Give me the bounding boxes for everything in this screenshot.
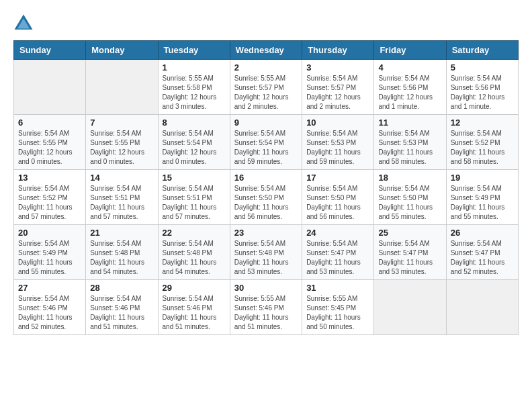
day-info: Sunrise: 5:54 AMSunset: 5:51 PMDaylight:… [163, 184, 226, 222]
day-info: Sunrise: 5:55 AMSunset: 5:58 PMDaylight:… [163, 74, 226, 111]
day-number: 25 [378, 228, 441, 238]
day-number: 2 [234, 62, 298, 73]
calendar-cell: 31Sunrise: 5:55 AMSunset: 5:45 PMDayligh… [302, 280, 374, 335]
day-number: 28 [90, 283, 153, 293]
calendar-cell: 29Sunrise: 5:54 AMSunset: 5:46 PMDayligh… [158, 280, 230, 335]
calendar-cell: 8Sunrise: 5:54 AMSunset: 5:54 PMDaylight… [158, 115, 230, 170]
day-number: 13 [18, 173, 81, 183]
day-number: 1 [163, 62, 226, 73]
day-info: Sunrise: 5:54 AMSunset: 5:49 PMDaylight:… [18, 239, 81, 277]
weekday-header: Saturday [446, 41, 518, 60]
day-info: Sunrise: 5:55 AMSunset: 5:57 PMDaylight:… [234, 74, 298, 111]
day-info: Sunrise: 5:54 AMSunset: 5:53 PMDaylight:… [378, 129, 441, 167]
day-info: Sunrise: 5:54 AMSunset: 5:47 PMDaylight:… [378, 239, 441, 277]
calendar-cell: 11Sunrise: 5:54 AMSunset: 5:53 PMDayligh… [374, 115, 446, 170]
calendar-cell: 30Sunrise: 5:55 AMSunset: 5:46 PMDayligh… [230, 280, 302, 335]
day-info: Sunrise: 5:54 AMSunset: 5:48 PMDaylight:… [90, 239, 153, 277]
day-number: 26 [451, 228, 514, 238]
day-info: Sunrise: 5:54 AMSunset: 5:56 PMDaylight:… [451, 74, 514, 111]
day-number: 4 [378, 62, 441, 73]
calendar-cell: 23Sunrise: 5:54 AMSunset: 5:48 PMDayligh… [230, 225, 302, 280]
calendar-cell: 7Sunrise: 5:54 AMSunset: 5:55 PMDaylight… [86, 115, 158, 170]
day-number: 5 [451, 62, 514, 73]
day-number: 31 [306, 283, 369, 293]
calendar-cell: 25Sunrise: 5:54 AMSunset: 5:47 PMDayligh… [374, 225, 446, 280]
calendar-week-row: 6Sunrise: 5:54 AMSunset: 5:55 PMDaylight… [14, 115, 519, 170]
calendar-cell [14, 60, 86, 115]
calendar-cell: 17Sunrise: 5:54 AMSunset: 5:50 PMDayligh… [302, 170, 374, 225]
day-info: Sunrise: 5:54 AMSunset: 5:52 PMDaylight:… [18, 184, 81, 222]
day-number: 16 [234, 173, 298, 183]
calendar-week-row: 20Sunrise: 5:54 AMSunset: 5:49 PMDayligh… [14, 225, 519, 280]
day-number: 30 [234, 283, 298, 293]
calendar-week-row: 27Sunrise: 5:54 AMSunset: 5:46 PMDayligh… [14, 280, 519, 335]
page-header [13, 13, 519, 34]
day-info: Sunrise: 5:54 AMSunset: 5:56 PMDaylight:… [378, 74, 441, 111]
day-number: 6 [18, 118, 81, 128]
calendar-cell: 24Sunrise: 5:54 AMSunset: 5:47 PMDayligh… [302, 225, 374, 280]
day-info: Sunrise: 5:54 AMSunset: 5:50 PMDaylight:… [306, 184, 369, 222]
calendar-cell: 6Sunrise: 5:54 AMSunset: 5:55 PMDaylight… [14, 115, 86, 170]
calendar-cell: 13Sunrise: 5:54 AMSunset: 5:52 PMDayligh… [14, 170, 86, 225]
calendar-header-row: SundayMondayTuesdayWednesdayThursdayFrid… [14, 41, 519, 60]
calendar-cell: 22Sunrise: 5:54 AMSunset: 5:48 PMDayligh… [158, 225, 230, 280]
day-number: 18 [378, 173, 441, 183]
calendar-cell: 16Sunrise: 5:54 AMSunset: 5:50 PMDayligh… [230, 170, 302, 225]
day-info: Sunrise: 5:54 AMSunset: 5:48 PMDaylight:… [163, 239, 226, 277]
day-info: Sunrise: 5:54 AMSunset: 5:54 PMDaylight:… [163, 129, 226, 167]
calendar-cell: 4Sunrise: 5:54 AMSunset: 5:56 PMDaylight… [374, 60, 446, 115]
logo [13, 13, 35, 34]
calendar-cell: 1Sunrise: 5:55 AMSunset: 5:58 PMDaylight… [158, 60, 230, 115]
weekday-header: Monday [86, 41, 158, 60]
calendar-cell [374, 280, 446, 335]
day-info: Sunrise: 5:54 AMSunset: 5:47 PMDaylight:… [451, 239, 514, 277]
day-number: 12 [451, 118, 514, 128]
calendar-cell: 5Sunrise: 5:54 AMSunset: 5:56 PMDaylight… [446, 60, 518, 115]
logo-icon [13, 13, 34, 34]
day-info: Sunrise: 5:55 AMSunset: 5:46 PMDaylight:… [234, 294, 298, 332]
weekday-header: Thursday [302, 41, 374, 60]
day-number: 11 [378, 118, 441, 128]
day-number: 9 [234, 118, 298, 128]
day-info: Sunrise: 5:54 AMSunset: 5:46 PMDaylight:… [18, 294, 81, 332]
calendar-cell: 19Sunrise: 5:54 AMSunset: 5:49 PMDayligh… [446, 170, 518, 225]
calendar-cell: 21Sunrise: 5:54 AMSunset: 5:48 PMDayligh… [86, 225, 158, 280]
calendar-cell: 12Sunrise: 5:54 AMSunset: 5:52 PMDayligh… [446, 115, 518, 170]
calendar-cell: 27Sunrise: 5:54 AMSunset: 5:46 PMDayligh… [14, 280, 86, 335]
day-number: 3 [306, 62, 369, 73]
calendar-cell: 9Sunrise: 5:54 AMSunset: 5:54 PMDaylight… [230, 115, 302, 170]
calendar-table: SundayMondayTuesdayWednesdayThursdayFrid… [13, 40, 519, 335]
calendar-week-row: 13Sunrise: 5:54 AMSunset: 5:52 PMDayligh… [14, 170, 519, 225]
day-number: 23 [234, 228, 298, 238]
calendar-cell: 15Sunrise: 5:54 AMSunset: 5:51 PMDayligh… [158, 170, 230, 225]
calendar-cell [86, 60, 158, 115]
day-number: 17 [306, 173, 369, 183]
day-info: Sunrise: 5:54 AMSunset: 5:46 PMDaylight:… [163, 294, 226, 332]
day-info: Sunrise: 5:54 AMSunset: 5:57 PMDaylight:… [306, 74, 369, 111]
weekday-header: Friday [374, 41, 446, 60]
calendar-cell: 10Sunrise: 5:54 AMSunset: 5:53 PMDayligh… [302, 115, 374, 170]
day-info: Sunrise: 5:54 AMSunset: 5:55 PMDaylight:… [18, 129, 81, 167]
calendar-cell: 2Sunrise: 5:55 AMSunset: 5:57 PMDaylight… [230, 60, 302, 115]
day-info: Sunrise: 5:54 AMSunset: 5:46 PMDaylight:… [90, 294, 153, 332]
day-number: 27 [18, 283, 81, 293]
day-number: 15 [163, 173, 226, 183]
day-info: Sunrise: 5:54 AMSunset: 5:54 PMDaylight:… [234, 129, 298, 167]
weekday-header: Wednesday [230, 41, 302, 60]
day-info: Sunrise: 5:54 AMSunset: 5:51 PMDaylight:… [90, 184, 153, 222]
day-number: 21 [90, 228, 153, 238]
day-info: Sunrise: 5:54 AMSunset: 5:55 PMDaylight:… [90, 129, 153, 167]
day-info: Sunrise: 5:54 AMSunset: 5:52 PMDaylight:… [451, 129, 514, 167]
calendar-week-row: 1Sunrise: 5:55 AMSunset: 5:58 PMDaylight… [14, 60, 519, 115]
weekday-header: Sunday [14, 41, 86, 60]
day-info: Sunrise: 5:54 AMSunset: 5:50 PMDaylight:… [234, 184, 298, 222]
calendar-cell: 28Sunrise: 5:54 AMSunset: 5:46 PMDayligh… [86, 280, 158, 335]
day-info: Sunrise: 5:54 AMSunset: 5:50 PMDaylight:… [378, 184, 441, 222]
day-info: Sunrise: 5:54 AMSunset: 5:49 PMDaylight:… [451, 184, 514, 222]
day-info: Sunrise: 5:54 AMSunset: 5:53 PMDaylight:… [306, 129, 369, 167]
weekday-header: Tuesday [158, 41, 230, 60]
day-info: Sunrise: 5:54 AMSunset: 5:48 PMDaylight:… [234, 239, 298, 277]
day-number: 22 [163, 228, 226, 238]
day-number: 19 [451, 173, 514, 183]
day-number: 10 [306, 118, 369, 128]
